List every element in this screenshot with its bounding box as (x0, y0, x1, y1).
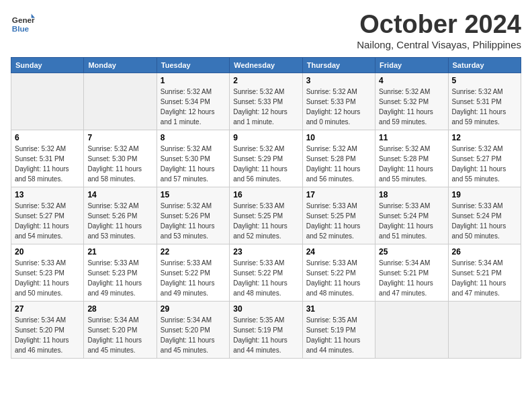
day-number: 8 (161, 133, 226, 142)
day-info: Sunrise: 5:33 AM Sunset: 5:25 PM Dayligh… (306, 201, 371, 241)
calendar-cell: 6Sunrise: 5:32 AM Sunset: 5:31 PM Daylig… (11, 130, 84, 187)
calendar-cell (84, 73, 157, 130)
calendar-cell: 5Sunrise: 5:32 AM Sunset: 5:31 PM Daylig… (448, 73, 521, 130)
page-header: General Blue October 2024 Nailong, Centr… (11, 11, 521, 50)
calendar-header-row: SundayMondayTuesdayWednesdayThursdayFrid… (11, 57, 521, 73)
calendar-cell: 8Sunrise: 5:32 AM Sunset: 5:30 PM Daylig… (157, 130, 229, 187)
calendar-week-2: 6Sunrise: 5:32 AM Sunset: 5:31 PM Daylig… (11, 130, 521, 187)
calendar-cell: 28Sunrise: 5:34 AM Sunset: 5:20 PM Dayli… (84, 301, 157, 358)
day-number: 6 (15, 133, 80, 142)
day-number: 12 (452, 133, 517, 142)
calendar-cell: 19Sunrise: 5:33 AM Sunset: 5:24 PM Dayli… (448, 187, 521, 244)
calendar-week-1: 1Sunrise: 5:32 AM Sunset: 5:34 PM Daylig… (11, 73, 521, 130)
day-number: 14 (87, 190, 152, 199)
calendar-cell: 26Sunrise: 5:34 AM Sunset: 5:21 PM Dayli… (448, 244, 521, 301)
day-number: 18 (379, 190, 444, 199)
day-number: 23 (233, 247, 298, 257)
day-info: Sunrise: 5:33 AM Sunset: 5:23 PM Dayligh… (15, 258, 80, 298)
day-number: 10 (306, 133, 371, 142)
day-number: 20 (15, 247, 80, 257)
calendar-cell: 4Sunrise: 5:32 AM Sunset: 5:32 PM Daylig… (375, 73, 448, 130)
day-info: Sunrise: 5:34 AM Sunset: 5:20 PM Dayligh… (15, 315, 80, 355)
calendar-cell: 23Sunrise: 5:33 AM Sunset: 5:22 PM Dayli… (230, 244, 302, 301)
day-info: Sunrise: 5:32 AM Sunset: 5:26 PM Dayligh… (161, 201, 226, 241)
day-info: Sunrise: 5:32 AM Sunset: 5:29 PM Dayligh… (233, 144, 298, 184)
calendar-cell: 1Sunrise: 5:32 AM Sunset: 5:34 PM Daylig… (157, 73, 229, 130)
day-info: Sunrise: 5:32 AM Sunset: 5:32 PM Dayligh… (379, 87, 444, 127)
day-number: 28 (87, 304, 152, 314)
day-info: Sunrise: 5:33 AM Sunset: 5:22 PM Dayligh… (161, 258, 226, 298)
day-info: Sunrise: 5:34 AM Sunset: 5:20 PM Dayligh… (87, 315, 152, 355)
calendar-cell: 14Sunrise: 5:32 AM Sunset: 5:26 PM Dayli… (84, 187, 157, 244)
day-number: 27 (15, 304, 80, 314)
day-info: Sunrise: 5:33 AM Sunset: 5:24 PM Dayligh… (379, 201, 444, 241)
day-info: Sunrise: 5:34 AM Sunset: 5:21 PM Dayligh… (379, 258, 444, 298)
title-block: October 2024 Nailong, Central Visayas, P… (357, 11, 521, 50)
calendar-cell: 25Sunrise: 5:34 AM Sunset: 5:21 PM Dayli… (375, 244, 448, 301)
day-number: 9 (233, 133, 298, 142)
day-info: Sunrise: 5:32 AM Sunset: 5:33 PM Dayligh… (233, 87, 298, 127)
calendar-cell: 16Sunrise: 5:33 AM Sunset: 5:25 PM Dayli… (230, 187, 302, 244)
svg-text:Blue: Blue (12, 24, 30, 33)
day-info: Sunrise: 5:32 AM Sunset: 5:34 PM Dayligh… (161, 87, 226, 127)
day-number: 5 (452, 76, 517, 85)
day-info: Sunrise: 5:32 AM Sunset: 5:26 PM Dayligh… (87, 201, 152, 241)
day-info: Sunrise: 5:35 AM Sunset: 5:19 PM Dayligh… (306, 315, 371, 355)
calendar-week-5: 27Sunrise: 5:34 AM Sunset: 5:20 PM Dayli… (11, 301, 521, 358)
day-info: Sunrise: 5:33 AM Sunset: 5:24 PM Dayligh… (452, 201, 517, 241)
calendar-cell: 29Sunrise: 5:34 AM Sunset: 5:20 PM Dayli… (157, 301, 229, 358)
calendar-cell: 30Sunrise: 5:35 AM Sunset: 5:19 PM Dayli… (230, 301, 302, 358)
day-number: 19 (452, 190, 517, 199)
header-sunday: Sunday (11, 57, 84, 73)
calendar-cell: 2Sunrise: 5:32 AM Sunset: 5:33 PM Daylig… (230, 73, 302, 130)
month-title: October 2024 (357, 11, 521, 39)
day-info: Sunrise: 5:34 AM Sunset: 5:20 PM Dayligh… (161, 315, 226, 355)
logo-icon: General Blue (11, 11, 35, 35)
calendar-cell: 22Sunrise: 5:33 AM Sunset: 5:22 PM Dayli… (157, 244, 229, 301)
day-number: 30 (233, 304, 298, 314)
day-number: 4 (379, 76, 444, 85)
day-info: Sunrise: 5:32 AM Sunset: 5:28 PM Dayligh… (306, 144, 371, 184)
calendar-cell: 7Sunrise: 5:32 AM Sunset: 5:30 PM Daylig… (84, 130, 157, 187)
calendar-table: SundayMondayTuesdayWednesdayThursdayFrid… (11, 57, 521, 359)
calendar-cell: 31Sunrise: 5:35 AM Sunset: 5:19 PM Dayli… (302, 301, 375, 358)
day-number: 15 (161, 190, 226, 199)
calendar-cell: 27Sunrise: 5:34 AM Sunset: 5:20 PM Dayli… (11, 301, 84, 358)
calendar-cell: 15Sunrise: 5:32 AM Sunset: 5:26 PM Dayli… (157, 187, 229, 244)
header-wednesday: Wednesday (230, 57, 302, 73)
day-info: Sunrise: 5:32 AM Sunset: 5:31 PM Dayligh… (15, 144, 80, 184)
day-info: Sunrise: 5:32 AM Sunset: 5:30 PM Dayligh… (161, 144, 226, 184)
calendar-cell: 3Sunrise: 5:32 AM Sunset: 5:33 PM Daylig… (302, 73, 375, 130)
day-number: 1 (161, 76, 226, 85)
day-info: Sunrise: 5:32 AM Sunset: 5:28 PM Dayligh… (379, 144, 444, 184)
header-tuesday: Tuesday (157, 57, 229, 73)
logo: General Blue (11, 11, 35, 35)
day-number: 24 (306, 247, 371, 257)
calendar-cell: 9Sunrise: 5:32 AM Sunset: 5:29 PM Daylig… (230, 130, 302, 187)
day-number: 26 (452, 247, 517, 257)
calendar-cell (448, 301, 521, 358)
calendar-cell (11, 73, 84, 130)
day-number: 31 (306, 304, 371, 314)
day-number: 7 (87, 133, 152, 142)
day-info: Sunrise: 5:33 AM Sunset: 5:22 PM Dayligh… (306, 258, 371, 298)
day-number: 29 (161, 304, 226, 314)
calendar-week-4: 20Sunrise: 5:33 AM Sunset: 5:23 PM Dayli… (11, 244, 521, 301)
day-number: 2 (233, 76, 298, 85)
calendar-cell: 12Sunrise: 5:32 AM Sunset: 5:27 PM Dayli… (448, 130, 521, 187)
day-info: Sunrise: 5:33 AM Sunset: 5:25 PM Dayligh… (233, 201, 298, 241)
day-info: Sunrise: 5:32 AM Sunset: 5:33 PM Dayligh… (306, 87, 371, 127)
calendar-cell: 17Sunrise: 5:33 AM Sunset: 5:25 PM Dayli… (302, 187, 375, 244)
calendar-cell: 21Sunrise: 5:33 AM Sunset: 5:23 PM Dayli… (84, 244, 157, 301)
day-number: 13 (15, 190, 80, 199)
day-info: Sunrise: 5:33 AM Sunset: 5:23 PM Dayligh… (87, 258, 152, 298)
header-friday: Friday (375, 57, 448, 73)
calendar-cell: 10Sunrise: 5:32 AM Sunset: 5:28 PM Dayli… (302, 130, 375, 187)
day-info: Sunrise: 5:35 AM Sunset: 5:19 PM Dayligh… (233, 315, 298, 355)
calendar-cell: 24Sunrise: 5:33 AM Sunset: 5:22 PM Dayli… (302, 244, 375, 301)
day-info: Sunrise: 5:32 AM Sunset: 5:31 PM Dayligh… (452, 87, 517, 127)
calendar-week-3: 13Sunrise: 5:32 AM Sunset: 5:27 PM Dayli… (11, 187, 521, 244)
calendar-cell: 20Sunrise: 5:33 AM Sunset: 5:23 PM Dayli… (11, 244, 84, 301)
calendar-cell: 11Sunrise: 5:32 AM Sunset: 5:28 PM Dayli… (375, 130, 448, 187)
day-info: Sunrise: 5:32 AM Sunset: 5:27 PM Dayligh… (15, 201, 80, 241)
